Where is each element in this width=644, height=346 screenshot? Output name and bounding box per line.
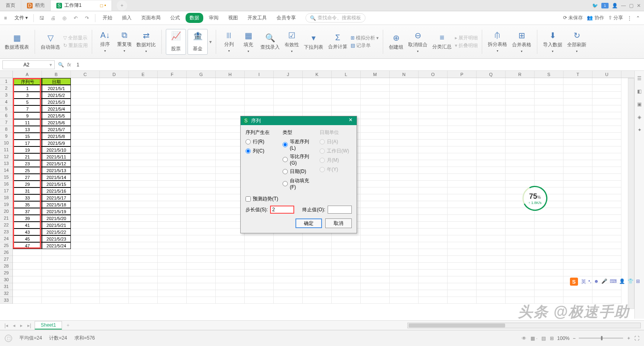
radio-col[interactable]: 列(C) xyxy=(246,148,278,154)
radio-weekday: 工作日(W) xyxy=(320,148,352,154)
radio-autofill[interactable]: 自动填充(F) xyxy=(283,177,315,190)
series-dialog: S 序列 ✕ 序列产生在 行(R) 列(C) 类型 等差序列(L) 等比序列(G… xyxy=(240,116,357,233)
cancel-button[interactable]: 取消 xyxy=(325,218,352,228)
radio-row[interactable]: 行(R) xyxy=(246,138,278,145)
dialog-close-button[interactable]: ✕ xyxy=(347,117,354,124)
end-label: 终止值(O): xyxy=(302,206,325,213)
radio-month: 月(M) xyxy=(320,157,352,164)
radio-day: 日(A) xyxy=(320,138,352,145)
group-type: 类型 等差序列(L) 等比序列(G) 日期(D) 自动填充(F) xyxy=(283,129,315,192)
dialog-backdrop: S 序列 ✕ 序列产生在 行(R) 列(C) 类型 等差序列(L) 等比序列(G… xyxy=(0,0,644,346)
step-input[interactable] xyxy=(270,206,294,214)
chk-trend[interactable]: 预测趋势(T) xyxy=(246,196,352,202)
radio-geo[interactable]: 等比序列(G) xyxy=(283,153,315,166)
radio-year: 年(Y) xyxy=(320,166,352,173)
group-date-unit: 日期单位 日(A) 工作日(W) 月(M) 年(Y) xyxy=(320,129,352,192)
group-series-in: 序列产生在 行(R) 列(C) xyxy=(246,129,278,192)
dialog-title: 序列 xyxy=(251,117,261,124)
dialog-icon: S xyxy=(243,118,249,124)
ok-button[interactable]: 确定 xyxy=(295,218,322,228)
watermark: 头条 @极速手助 xyxy=(518,302,630,322)
radio-arith[interactable]: 等差序列(L) xyxy=(283,138,315,151)
radio-date[interactable]: 日期(D) xyxy=(283,168,315,175)
step-label: 步长值(S): xyxy=(246,206,268,213)
dialog-titlebar[interactable]: S 序列 ✕ xyxy=(241,116,357,125)
end-input[interactable] xyxy=(328,206,352,214)
